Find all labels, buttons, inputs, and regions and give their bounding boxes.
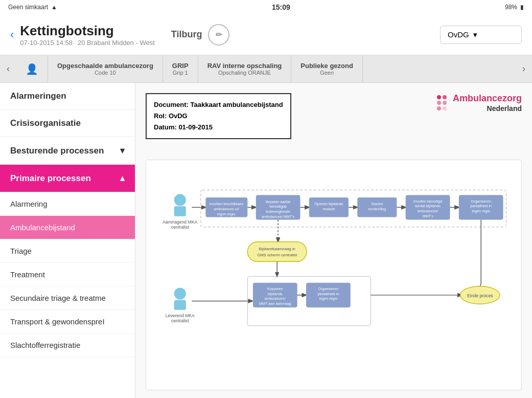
sidebar-item-secundaire[interactable]: Secundaire triage & treatme bbox=[0, 286, 135, 310]
chevron-down-icon: ▾ bbox=[473, 30, 477, 39]
diagram-svg: Aanvragend MKA centralist Inzetten besch… bbox=[156, 170, 511, 378]
svg-text:paraatheid in: paraatheid in bbox=[470, 204, 492, 209]
svg-point-0 bbox=[174, 194, 186, 206]
edit-button[interactable]: ✏ bbox=[208, 24, 229, 46]
svg-rect-1 bbox=[174, 207, 186, 216]
svg-text:centralist: centralist bbox=[171, 225, 189, 230]
location-label: Tilburg bbox=[171, 29, 202, 40]
status-time: 15:09 bbox=[272, 3, 290, 11]
svg-text:ambulances uit: ambulances uit bbox=[214, 207, 239, 211]
svg-text:Openen bijstands: Openen bijstands bbox=[314, 202, 343, 207]
svg-text:Organiseren: Organiseren bbox=[471, 199, 491, 204]
document-info-box: Document: Taakkaart ambulancebijstand Ro… bbox=[146, 93, 291, 139]
svg-text:GMS scherm centralist: GMS scherm centralist bbox=[257, 253, 297, 257]
svg-text:centralist: centralist bbox=[171, 318, 189, 323]
logo-line2: Nederland bbox=[453, 104, 522, 113]
dropdown-value: OvDG bbox=[448, 30, 469, 39]
no-sim-text: Geen simkaart bbox=[8, 4, 48, 11]
incident-subtitle: 07-10-2015 14:58 bbox=[20, 39, 73, 47]
incident-region: 20 Brabant Midden - West bbox=[78, 39, 155, 47]
doc-line-1: Document: Taakkaart ambulancebijstand bbox=[154, 99, 283, 110]
breadcrumb-bar: ‹ 👤 Opgeschaalde ambulancezorg Code 10 G… bbox=[0, 55, 532, 83]
svg-text:butenregionale: butenregionale bbox=[266, 209, 290, 214]
breadcrumb-next[interactable]: › bbox=[516, 63, 532, 74]
svg-text:aantal bijstands: aantal bijstands bbox=[415, 204, 441, 209]
sidebar: Alarmeringen Crisisorganisatie Besturend… bbox=[0, 83, 135, 398]
battery-icon: ▮ bbox=[520, 4, 524, 11]
logo-line1: Ambulancezorg bbox=[453, 93, 522, 104]
svg-point-40 bbox=[174, 288, 186, 300]
svg-text:Aanvragend MKA: Aanvragend MKA bbox=[163, 219, 197, 225]
breadcrumb-items: 👤 Opgeschaalde ambulancezorg Code 10 GRI… bbox=[16, 55, 516, 82]
main-layout: Alarmeringen Crisisorganisatie Besturend… bbox=[0, 83, 532, 398]
svg-text:ambulances/ MMT's: ambulances/ MMT's bbox=[262, 214, 295, 219]
svg-text:Bepalen aantal: Bepalen aantal bbox=[266, 200, 291, 204]
svg-text:ambulances/: ambulances/ bbox=[265, 297, 286, 301]
status-bar: Geen simkaart ▲ 15:09 98% ▮ bbox=[0, 0, 532, 14]
svg-text:eigen regio: eigen regio bbox=[472, 209, 490, 213]
sidebar-item-alarmeringen[interactable]: Alarmeringen bbox=[0, 83, 135, 110]
header-title-block: Kettingbotsing 07-10-2015 14:58 20 Braba… bbox=[20, 23, 154, 47]
process-diagram: Aanvragend MKA centralist Inzetten besch… bbox=[146, 160, 522, 390]
edit-icon: ✏ bbox=[216, 30, 222, 39]
svg-text:Inzetten beschikbare: Inzetten beschikbare bbox=[210, 202, 244, 207]
sidebar-item-ambulancebijstand[interactable]: Ambulancebijstand bbox=[0, 216, 135, 239]
breadcrumb-item-3[interactable]: RAV interne opschaling Opschaling ORANJE bbox=[198, 55, 292, 82]
incident-title: Kettingbotsing bbox=[20, 23, 154, 39]
svg-rect-36 bbox=[247, 242, 307, 262]
svg-text:MMT aan aanvraag: MMT aan aanvraag bbox=[259, 301, 291, 306]
svg-text:Starten: Starten bbox=[371, 202, 383, 207]
svg-text:module: module bbox=[323, 207, 335, 211]
chevron-up-icon: ▴ bbox=[120, 173, 125, 184]
doc-header-row: Document: Taakkaart ambulancebijstand Ro… bbox=[146, 93, 522, 149]
svg-text:eigen regio: eigen regio bbox=[319, 297, 338, 301]
dropdown-selector[interactable]: OvDG ▾ bbox=[440, 26, 522, 44]
breadcrumb-item-1[interactable]: Opgeschaalde ambulancezorg Code 10 bbox=[48, 55, 163, 82]
doc-line-3: Datum: 01-09-2015 bbox=[154, 122, 283, 133]
svg-text:Leverend MKA: Leverend MKA bbox=[166, 314, 195, 319]
breadcrumb-item-4[interactable]: Publieke gezond Geen bbox=[291, 55, 363, 82]
svg-text:paraatheid in: paraatheid in bbox=[318, 292, 339, 296]
doc-line-2: Rol: OvDG bbox=[154, 110, 283, 122]
sidebar-item-transport[interactable]: Transport & gewondenspreI bbox=[0, 310, 135, 334]
breadcrumb-prev[interactable]: ‹ bbox=[0, 63, 16, 74]
svg-text:Organiseren: Organiseren bbox=[318, 287, 339, 292]
back-button[interactable]: ‹ bbox=[10, 28, 14, 41]
sidebar-item-slachtofferregistratie[interactable]: Slachtofferregistratie bbox=[0, 334, 135, 357]
sidebar-item-alarmering[interactable]: Alarmering bbox=[0, 192, 135, 216]
content-area: Document: Taakkaart ambulancebijstand Ro… bbox=[135, 83, 532, 398]
status-left: Geen simkaart ▲ bbox=[8, 4, 57, 11]
svg-text:Bijstandsaanvraag in: Bijstandsaanvraag in bbox=[259, 247, 295, 251]
sidebar-item-besturende[interactable]: Besturende processen ▾ bbox=[0, 137, 135, 165]
svg-text:bijstands: bijstands bbox=[268, 292, 283, 296]
wifi-icon: ▲ bbox=[51, 4, 57, 11]
svg-text:incidentlog: incidentlog bbox=[368, 207, 386, 211]
svg-text:eigen regio: eigen regio bbox=[217, 212, 236, 216]
sidebar-item-crisisorganisatie[interactable]: Crisisorganisatie bbox=[0, 110, 135, 137]
svg-text:Invullen benodigd: Invullen benodigd bbox=[413, 199, 443, 204]
battery-percent: 98% bbox=[505, 4, 517, 11]
svg-text:Koppelen: Koppelen bbox=[267, 287, 283, 292]
logo-area: Ambulancezorg Nederland bbox=[437, 93, 522, 113]
header-left: ‹ Kettingbotsing 07-10-2015 14:58 20 Bra… bbox=[10, 23, 229, 47]
svg-text:benodigde: benodigde bbox=[269, 205, 287, 209]
sidebar-item-treatment[interactable]: Treatment bbox=[0, 263, 135, 286]
sidebar-item-primaire[interactable]: Primaire processen ▴ bbox=[0, 165, 135, 192]
sidebar-item-triage[interactable]: Triage bbox=[0, 239, 135, 263]
svg-rect-41 bbox=[174, 300, 186, 310]
chevron-down-icon: ▾ bbox=[120, 145, 125, 156]
status-right: 98% ▮ bbox=[505, 4, 524, 11]
svg-text:ambulances/: ambulances/ bbox=[418, 209, 438, 213]
breadcrumb-item-0[interactable]: 👤 bbox=[16, 55, 48, 82]
breadcrumb-item-2[interactable]: GRIP Grip 1 bbox=[163, 55, 198, 82]
header: ‹ Kettingbotsing 07-10-2015 14:58 20 Bra… bbox=[0, 14, 532, 55]
svg-text:MMT's: MMT's bbox=[422, 214, 433, 218]
svg-text:Einde proces: Einde proces bbox=[467, 293, 493, 298]
